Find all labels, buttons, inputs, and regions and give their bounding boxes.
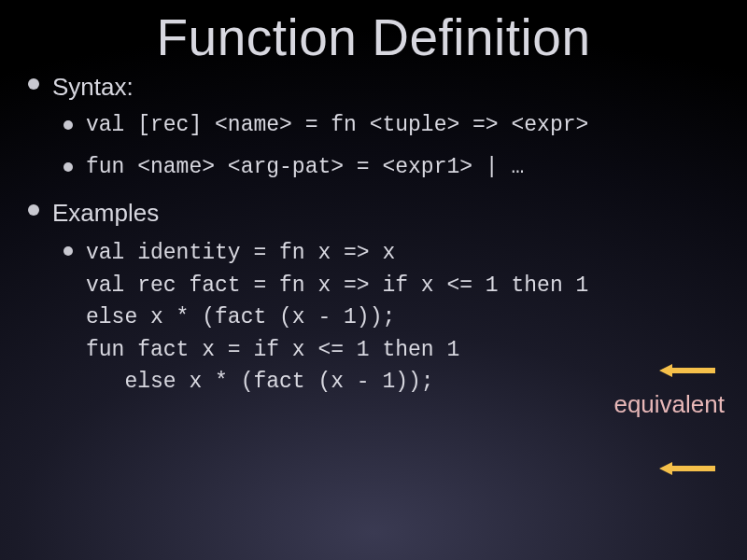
section-heading-examples: Examples: [52, 199, 159, 228]
slide-title: Function Definition: [0, 0, 747, 67]
slide-content: Syntax: val [rec] <name> = fn <tuple> =>…: [0, 67, 747, 399]
list-item: Examples: [28, 199, 728, 228]
arrow-left-icon: [659, 462, 715, 475]
examples-list: val identity = fn x => x val rec fact = …: [28, 237, 728, 399]
bullet-icon: [63, 246, 73, 256]
arrow-left-icon: [659, 364, 715, 377]
list-item: val identity = fn x => x val rec fact = …: [63, 237, 728, 399]
code-examples: val identity = fn x => x val rec fact = …: [86, 237, 588, 399]
syntax-list: val [rec] <name> = fn <tuple> => <expr> …: [28, 111, 728, 182]
code-syntax-val: val [rec] <name> = fn <tuple> => <expr>: [86, 111, 588, 140]
svg-marker-1: [659, 462, 715, 475]
list-item: fun <name> <arg-pat> = <expr1> | …: [63, 153, 728, 182]
bullet-icon: [28, 78, 39, 90]
bullet-icon: [28, 204, 39, 216]
annotation-equivalent: equivalent: [613, 390, 725, 419]
bullet-icon: [63, 120, 73, 130]
section-heading-syntax: Syntax:: [52, 73, 134, 102]
list-item: Syntax:: [28, 73, 728, 102]
code-syntax-fun: fun <name> <arg-pat> = <expr1> | …: [86, 153, 524, 182]
svg-marker-0: [659, 364, 715, 377]
list-item: val [rec] <name> = fn <tuple> => <expr>: [63, 111, 728, 140]
bullet-icon: [63, 162, 73, 172]
